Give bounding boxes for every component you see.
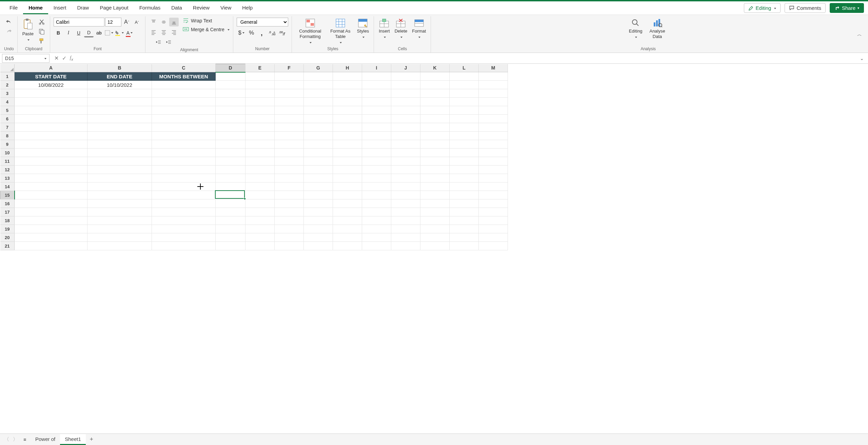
cell[interactable] xyxy=(87,233,152,242)
cell[interactable] xyxy=(362,233,391,242)
cell[interactable] xyxy=(450,157,479,166)
cell[interactable] xyxy=(245,132,275,140)
cell[interactable] xyxy=(420,208,450,216)
cell[interactable] xyxy=(245,140,275,149)
cell[interactable] xyxy=(275,233,304,242)
cell[interactable] xyxy=(304,115,333,123)
menu-tab-view[interactable]: View xyxy=(215,2,237,14)
currency-button[interactable]: $ xyxy=(237,28,246,37)
cell[interactable] xyxy=(87,182,152,191)
cell[interactable] xyxy=(216,98,245,106)
cell[interactable] xyxy=(245,157,275,166)
cell[interactable] xyxy=(362,225,391,233)
cell[interactable] xyxy=(420,166,450,174)
cell[interactable] xyxy=(450,208,479,216)
cell[interactable] xyxy=(362,157,391,166)
cell[interactable] xyxy=(245,149,275,157)
cell[interactable] xyxy=(275,89,304,98)
cell[interactable] xyxy=(450,225,479,233)
cell[interactable] xyxy=(245,106,275,115)
cell[interactable] xyxy=(362,182,391,191)
align-left-button[interactable] xyxy=(149,28,158,37)
cell[interactable] xyxy=(216,242,245,250)
row-header[interactable]: 6 xyxy=(0,115,15,123)
column-header[interactable]: G xyxy=(304,64,333,72)
cell[interactable] xyxy=(15,242,87,250)
cell[interactable] xyxy=(450,132,479,140)
cell[interactable] xyxy=(245,225,275,233)
menu-tab-page-layout[interactable]: Page Layout xyxy=(94,2,134,14)
cell[interactable] xyxy=(152,81,216,89)
row-header[interactable]: 19 xyxy=(0,225,15,233)
cell[interactable] xyxy=(87,157,152,166)
cell[interactable] xyxy=(420,115,450,123)
cell[interactable] xyxy=(479,149,508,157)
row-header[interactable]: 3 xyxy=(0,89,15,98)
cell[interactable] xyxy=(479,106,508,115)
cell[interactable] xyxy=(479,174,508,182)
merge-centre-button[interactable]: Merge & Centre xyxy=(183,26,230,33)
row-header[interactable]: 2 xyxy=(0,81,15,89)
cell[interactable] xyxy=(420,216,450,225)
cell[interactable] xyxy=(450,81,479,89)
row-header[interactable]: 4 xyxy=(0,98,15,106)
column-header[interactable]: M xyxy=(479,64,508,72)
cell[interactable] xyxy=(15,225,87,233)
cell[interactable] xyxy=(391,242,420,250)
cell[interactable] xyxy=(450,233,479,242)
cell[interactable] xyxy=(275,132,304,140)
cell[interactable] xyxy=(87,123,152,132)
cell[interactable] xyxy=(275,140,304,149)
cell[interactable] xyxy=(420,191,450,199)
cell[interactable] xyxy=(152,199,216,208)
cell[interactable] xyxy=(15,115,87,123)
menu-tab-file[interactable]: File xyxy=(4,2,23,14)
menu-tab-formulas[interactable]: Formulas xyxy=(134,2,166,14)
cell[interactable] xyxy=(216,225,245,233)
cell[interactable] xyxy=(87,242,152,250)
cell[interactable] xyxy=(275,157,304,166)
analyse-data-button[interactable]: Analyse Data xyxy=(646,18,669,40)
font-name-select[interactable] xyxy=(54,18,104,26)
cell[interactable] xyxy=(304,157,333,166)
cell[interactable] xyxy=(304,123,333,132)
cell[interactable] xyxy=(391,182,420,191)
comments-button[interactable]: Comments xyxy=(785,3,826,13)
cell[interactable] xyxy=(420,149,450,157)
cell[interactable] xyxy=(479,132,508,140)
cell[interactable] xyxy=(333,89,362,98)
cell[interactable] xyxy=(479,199,508,208)
cell[interactable] xyxy=(391,149,420,157)
cell[interactable] xyxy=(479,216,508,225)
cell[interactable] xyxy=(391,166,420,174)
row-header[interactable]: 8 xyxy=(0,132,15,140)
cell[interactable] xyxy=(15,216,87,225)
cell[interactable] xyxy=(152,115,216,123)
format-cells-button[interactable]: Format xyxy=(411,18,427,40)
cell[interactable] xyxy=(479,89,508,98)
formula-input[interactable] xyxy=(75,54,858,62)
cell[interactable] xyxy=(450,123,479,132)
redo-button[interactable] xyxy=(4,27,14,36)
cell[interactable] xyxy=(420,174,450,182)
cell[interactable] xyxy=(420,140,450,149)
decrease-font-button[interactable]: A˅ xyxy=(132,18,142,26)
menu-tab-data[interactable]: Data xyxy=(166,2,188,14)
cell[interactable] xyxy=(216,157,245,166)
cell[interactable] xyxy=(304,199,333,208)
cell[interactable] xyxy=(152,140,216,149)
align-middle-button[interactable] xyxy=(159,18,169,26)
increase-font-button[interactable]: A˄ xyxy=(122,18,132,26)
cell[interactable] xyxy=(362,98,391,106)
cell[interactable] xyxy=(304,81,333,89)
cell[interactable] xyxy=(362,140,391,149)
cell[interactable] xyxy=(15,166,87,174)
cell[interactable] xyxy=(216,115,245,123)
cell[interactable] xyxy=(275,106,304,115)
cell[interactable]: START DATE xyxy=(15,72,87,81)
cell[interactable] xyxy=(87,98,152,106)
cell[interactable] xyxy=(333,72,362,81)
cell[interactable] xyxy=(15,123,87,132)
cell[interactable] xyxy=(87,208,152,216)
cell[interactable] xyxy=(391,233,420,242)
